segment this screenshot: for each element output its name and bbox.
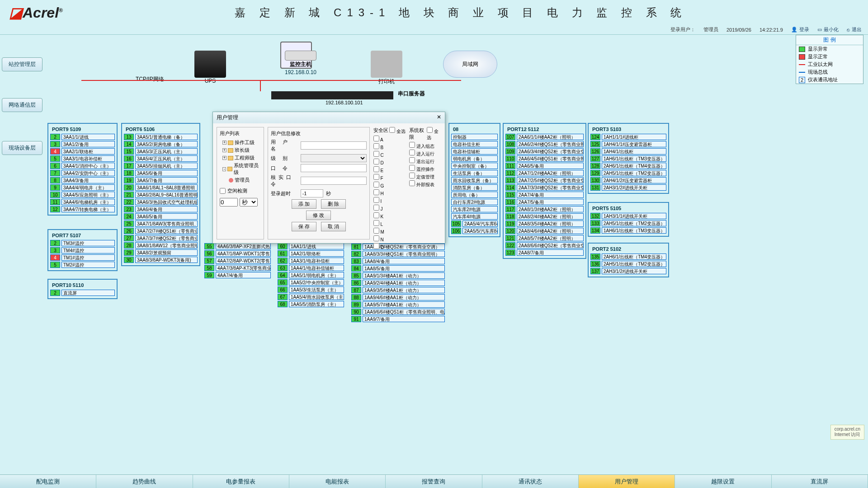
nav-1[interactable]: 趋势曲线 [96, 475, 193, 488]
port-cell[interactable]: 3AA5/2/厨房电梯（备） [135, 141, 198, 147]
port-cell[interactable]: 2AH5/1/出线柜（TM2变压器） [602, 261, 666, 267]
port-cell[interactable]: 3AA6/3/热回收式空气处理机组 [135, 199, 198, 205]
password-input[interactable] [301, 164, 367, 172]
port-cell[interactable]: 电容补偿主柜 [451, 141, 498, 147]
nav-6[interactable]: 用户管理 [579, 475, 675, 488]
port-cell[interactable]: 1AA8/5/备用 [363, 265, 445, 272]
port-cell[interactable]: 3AA5/6/备用 [135, 170, 198, 176]
port-cell[interactable]: 2AH4/1/2#压变避雷器柜 [602, 177, 666, 183]
user-tree[interactable]: +操作工级+班长级+工程师级-系统管理员级管理员 [220, 139, 261, 184]
port-cell[interactable]: 3AA4/5/应急照明（主） [61, 192, 115, 198]
port-cell[interactable]: 2AA6/4/5#楼QS1柜（零售商业照明） [517, 155, 584, 162]
port-cell[interactable]: 3AA5/7/备用 [135, 177, 198, 183]
idle-value[interactable] [220, 198, 238, 206]
safezone-all[interactable] [389, 127, 395, 133]
sysperm-all[interactable] [427, 127, 433, 133]
port-cell[interactable]: 1AH4/1/出线柜 [602, 148, 666, 155]
port-cell[interactable]: 4AA6/3/8AP-XF2直膨式热泵机组 [216, 243, 271, 249]
timeout-input[interactable] [301, 189, 323, 197]
port-cell[interactable]: 控制器 [451, 134, 498, 140]
port-cell[interactable]: 2AA8/2/4#楼AA2柜（照明） [517, 213, 584, 220]
port-cell[interactable]: 3AA5/1/普通电梯（备） [135, 134, 198, 140]
port-cell[interactable]: 2AA6/5/备用 [517, 163, 584, 169]
exit-button[interactable]: ⎋ 退出 [847, 26, 862, 33]
port-cell[interactable]: 3AA1/2/备用 [61, 141, 115, 147]
port-cell[interactable]: 1AA3/1/电容补偿柜 [289, 258, 344, 264]
port-cell[interactable]: 2AA8/5/7#楼AA2柜（照明） [517, 235, 584, 241]
port-cell[interactable]: 2AA6/3/4#楼QS2柜（零售商业空调） [517, 148, 584, 155]
port-cell[interactable]: 2AA5/5/汽车库8#电源 [462, 228, 498, 234]
port-cell[interactable]: TM4#温控 [61, 247, 115, 253]
port-cell[interactable]: 1AA9/7/备用 [363, 316, 445, 322]
port-cell[interactable]: 1AA5/1/弱电机房（主） [289, 272, 344, 278]
port-cell[interactable]: 1AH1/1/1#进线柜 [602, 134, 666, 140]
port-cell[interactable]: 3AA8/2/景观预留 [135, 249, 198, 256]
port-cell[interactable]: 4AA7/1/8AP-WDKT1(零售商业空调) [216, 250, 271, 257]
port-cell[interactable]: TM1#温控 [61, 254, 115, 261]
port-cell[interactable]: 3AA4/6/电梯机房（主） [61, 199, 115, 205]
port-cell[interactable]: 1AA5/5/消防泵房（主） [289, 301, 344, 307]
port-cell[interactable]: 2AA7/5/备用 [517, 199, 584, 205]
port-cell[interactable]: 2AH3/1/2#进线开关柜 [602, 268, 666, 274]
nav-0[interactable]: 配电监测 [0, 475, 96, 488]
port-cell[interactable]: 3AA3/1/电容补偿柜 [61, 155, 115, 162]
port-cell[interactable]: 2AA8/4/6#楼AA2柜（照明） [517, 228, 584, 234]
port-cell[interactable]: 4AA7/4/备用 [216, 272, 271, 278]
port-cell[interactable]: 直流屏 [61, 290, 115, 296]
port-cell[interactable]: 3AA6/5/备用 [135, 213, 198, 220]
port-cell[interactable]: 1AA5/2/中央控制室（主） [289, 279, 344, 286]
port-cell[interactable]: 3AA4/3/备用 [61, 177, 115, 183]
port-cell[interactable]: 1AA2/1/联络柜 [289, 250, 344, 257]
nav-4[interactable]: 报警查询 [386, 475, 482, 488]
nav-8[interactable]: 直流屏 [772, 475, 868, 488]
port-cell[interactable]: 1AA9/2/4#楼AA1柜（动力） [363, 280, 445, 286]
save-button[interactable]: 保 存 [292, 222, 316, 231]
username-input[interactable] [301, 141, 367, 150]
port-cell[interactable]: 1AA8/4/备用 [363, 258, 445, 264]
port-cell[interactable]: 1AA9/1/3#楼AA1柜（动力） [363, 272, 445, 279]
nav-7[interactable]: 越限设置 [675, 475, 771, 488]
nav-5[interactable]: 通讯状态 [482, 475, 579, 488]
port-cell[interactable]: 1AA9/5/7#楼AA1柜（动力） [363, 301, 445, 308]
port-cell[interactable]: 1AA1/1/进线 [289, 243, 344, 249]
port-cell[interactable]: 3AA8/3/8AP-WDKT3(备用) [135, 257, 198, 263]
idle-check[interactable] [220, 188, 226, 194]
port-cell[interactable]: 所用电（备） [451, 192, 498, 198]
port-cell[interactable]: 2AA8/1/3#楼AA2柜（照明） [517, 206, 584, 212]
port-cell[interactable]: 3AA8/1/8AW12（零售商业照明、电力） [135, 242, 198, 249]
port-cell[interactable]: 3AA5/3/正压风机（主） [135, 148, 198, 155]
port-cell[interactable]: 3AA4/7/转换电梯（主） [61, 206, 115, 212]
port-cell[interactable]: 3AA7/2/7#楼QS1柜（零售商业照明） [135, 228, 198, 234]
port-cell[interactable]: 3AA5/4/正压风机（主） [135, 155, 198, 162]
port-cell[interactable]: 2AA8/6/6#楼QS2柜（零售商业空调） [517, 242, 584, 249]
port-cell[interactable]: 3AA6/1/8AL1~8AL8普通照明 [135, 184, 198, 191]
nav-3[interactable]: 电能报表 [289, 475, 386, 488]
port-cell[interactable]: 1AH6/1/出线柜（TM3变压器） [602, 155, 666, 162]
port-cell[interactable]: 1AA8/3/3#楼QS1柜（零售商业照明） [363, 251, 445, 257]
port-cell[interactable]: 1AA5/4/雨水回收泵房（主） [289, 294, 344, 300]
port-cell[interactable]: 汽车库2#电源 [451, 206, 498, 212]
port-cell[interactable]: TM3#温控 [61, 240, 115, 246]
port-cell[interactable]: 1AA4/1/电容补偿辅柜 [289, 265, 344, 271]
port-cell[interactable]: 2AA7/3/3#楼QS2柜（零售商业空调） [517, 184, 584, 191]
idle-unit[interactable]: 秒 [240, 198, 258, 206]
port-cell[interactable]: 雨水回收泵房（备） [451, 177, 498, 183]
port-cell[interactable]: 3AA4/2/安防中心（主） [61, 170, 115, 176]
port-cell[interactable]: 1AA9/3/5#楼AA1柜（动力） [363, 287, 445, 293]
port-cell[interactable]: 电容补偿辅柜 [451, 148, 498, 155]
port-cell[interactable]: 3AA4/1/消控中心（主） [61, 163, 115, 169]
confirm-input[interactable] [301, 177, 367, 185]
port-cell[interactable]: 1AA9/6/6#楼QS1柜（零售商业照明、电力） [363, 309, 445, 315]
dialog-close-icon[interactable]: ✕ [437, 114, 441, 122]
nav-2[interactable]: 电参量报表 [193, 475, 289, 488]
add-button[interactable]: 添 加 [292, 199, 316, 209]
port-cell[interactable]: 生活泵房（备） [451, 170, 498, 176]
port-cell[interactable]: TM2#温控 [61, 262, 115, 268]
port-cell[interactable]: 4AA7/3/8AP-KT3(零售商业空调) [216, 265, 271, 271]
port-cell[interactable]: 2AA7/1/2#楼AA2柜（照明） [517, 170, 584, 176]
port-cell[interactable]: 1AH6/1/出线柜（TM3变压器） [602, 227, 666, 234]
port-cell[interactable]: 3AA4/4/弱电井（主） [61, 184, 115, 191]
port-cell[interactable]: 3AA5/5/排烟风机（主） [135, 163, 198, 169]
port-cell[interactable]: 2AA6/1/1#楼AA2柜（照明） [517, 134, 584, 140]
port-cell[interactable]: 2AA7/2/5#楼QS2柜（零售商业空调） [517, 177, 584, 183]
